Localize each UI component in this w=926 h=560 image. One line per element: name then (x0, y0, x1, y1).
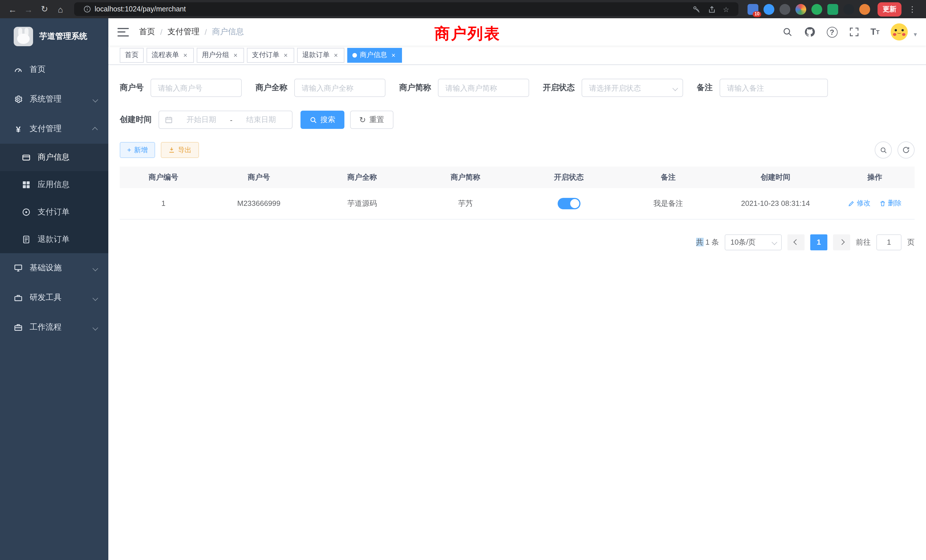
sidebar-item-label: 应用信息 (38, 180, 70, 190)
pagination-total: 共 1 条 (696, 237, 719, 247)
sidebar-item-devtools[interactable]: 研发工具 (0, 283, 108, 312)
trash-icon (879, 200, 886, 207)
remark-input[interactable] (720, 79, 828, 97)
page-number-button[interactable]: 1 (810, 234, 828, 250)
sidebar-item-label: 基础设施 (30, 263, 62, 273)
search-icon[interactable] (782, 27, 792, 37)
tab-payment-orders[interactable]: 支付订单 × (247, 48, 294, 62)
sidebar-item-label: 首页 (30, 64, 45, 75)
github-icon[interactable] (804, 26, 815, 38)
font-size-icon[interactable]: TT (870, 27, 879, 37)
toggle-knob (570, 199, 579, 208)
extension-icon[interactable] (843, 4, 854, 15)
reset-button[interactable]: ↻ 重置 (350, 110, 393, 129)
fullscreen-icon[interactable] (849, 27, 859, 37)
caret-down-icon[interactable]: ▾ (914, 31, 917, 41)
close-icon[interactable]: × (282, 51, 289, 59)
tab-user-group[interactable]: 用户分组 × (197, 48, 244, 62)
close-icon[interactable]: × (182, 51, 189, 59)
user-avatar[interactable] (891, 23, 908, 41)
merchant-no-input[interactable] (151, 79, 242, 97)
refresh-table-button[interactable] (897, 141, 915, 159)
add-button[interactable]: + 新增 (120, 142, 155, 158)
extension-icon[interactable] (796, 4, 806, 15)
cell-merchant-no: M233666999 (207, 188, 310, 219)
grid-icon (22, 180, 31, 189)
browser-update-button[interactable]: 更新 (878, 2, 902, 16)
table-header-row: 商户编号 商户号 商户全称 商户简称 开启状态 备注 创建时间 操作 (120, 166, 915, 188)
search-button[interactable]: 搜索 (301, 110, 344, 129)
filter-label: 商户全称 (256, 83, 287, 93)
delete-link[interactable]: 删除 (879, 198, 902, 208)
extension-icon[interactable] (859, 4, 870, 15)
full-name-input[interactable] (294, 79, 386, 97)
col-header: 商户简称 (414, 166, 517, 188)
extension-icon[interactable] (764, 4, 774, 15)
toggle-search-button[interactable] (875, 141, 892, 159)
tab-label: 退款订单 (302, 50, 330, 60)
sidebar-item-infrastructure[interactable]: 基础设施 (0, 253, 108, 283)
hamburger-icon[interactable] (118, 28, 129, 36)
sidebar-item-system[interactable]: 系统管理 (0, 85, 108, 114)
password-key-icon[interactable] (692, 5, 701, 14)
page-size-select[interactable]: 10条/页 (725, 234, 782, 250)
tab-merchant-info[interactable]: 商户信息 × (347, 48, 402, 62)
filter-short-name: 商户简称 (399, 79, 529, 97)
date-start-placeholder: 开始日期 (176, 115, 227, 125)
close-icon[interactable]: × (333, 51, 339, 59)
sidebar-item-refund-orders[interactable]: 退款订单 (0, 226, 108, 253)
close-icon[interactable]: × (232, 51, 239, 59)
bookmark-star-icon[interactable]: ☆ (723, 5, 729, 14)
date-range-picker[interactable]: 开始日期 - 结束日期 (159, 110, 292, 129)
close-icon[interactable]: × (390, 51, 397, 59)
extension-icon[interactable] (811, 4, 822, 15)
breadcrumb-item[interactable]: 首页 (139, 27, 155, 37)
tab-home[interactable]: 首页 (120, 48, 144, 62)
extension-icon[interactable] (828, 4, 838, 15)
browser-toolbar: ← → ↻ ⌂ localhost:1024/pay/merchant (0, 0, 926, 18)
breadcrumb-separator: / (160, 27, 162, 36)
status-select-input[interactable] (582, 79, 683, 97)
search-icon (310, 116, 317, 123)
col-header: 商户全称 (310, 166, 414, 188)
main-area: 首页 / 支付管理 / 商户信息 商户列表 (108, 18, 926, 560)
prev-page-button[interactable] (787, 234, 805, 250)
next-page-button[interactable] (833, 234, 850, 250)
delete-link-label: 删除 (888, 198, 902, 208)
url-path: :1024/pay/merchant (123, 5, 186, 13)
tab-refund-orders[interactable]: 退款订单 × (297, 48, 344, 62)
goto-page-input[interactable] (876, 234, 902, 250)
export-button-label: 导出 (178, 145, 192, 155)
plus-icon: + (127, 146, 131, 154)
short-name-input[interactable] (438, 79, 529, 97)
chevron-right-icon (839, 239, 844, 245)
browser-menu-icon[interactable]: ⋮ (906, 5, 918, 14)
share-icon[interactable] (708, 5, 716, 14)
edit-link-label: 修改 (857, 198, 870, 208)
export-button[interactable]: 导出 (161, 142, 199, 158)
status-select[interactable] (582, 79, 683, 97)
browser-home-button[interactable]: ⌂ (53, 1, 68, 17)
sidebar-item-payment[interactable]: ¥ 支付管理 (0, 114, 108, 144)
sidebar-item-merchant-info[interactable]: 商户信息 (0, 144, 108, 171)
browser-back-button[interactable]: ← (5, 1, 21, 17)
extension-icon[interactable] (779, 4, 790, 15)
sidebar-item-workflow[interactable]: 工作流程 (0, 312, 108, 342)
sidebar-item-payment-orders[interactable]: 支付订单 (0, 198, 108, 226)
tab-label: 商户信息 (360, 50, 387, 60)
site-info-icon[interactable] (83, 5, 91, 13)
breadcrumb-item[interactable]: 支付管理 (168, 27, 200, 37)
browser-reload-button[interactable]: ↻ (36, 1, 53, 17)
tab-process-form[interactable]: 流程表单 × (147, 48, 194, 62)
pencil-icon (848, 200, 855, 207)
browser-forward-button[interactable]: → (21, 1, 36, 17)
help-icon[interactable]: ? (826, 27, 837, 37)
status-toggle[interactable] (557, 198, 580, 209)
edit-link[interactable]: 修改 (848, 198, 870, 208)
address-bar[interactable]: localhost:1024/pay/merchant ☆ (74, 2, 738, 16)
sidebar-item-home[interactable]: 首页 (0, 55, 108, 85)
search-button-label: 搜索 (321, 115, 335, 125)
calendar-icon (165, 116, 173, 124)
extension-icon[interactable]: 10 (747, 4, 758, 15)
sidebar-item-app-info[interactable]: 应用信息 (0, 171, 108, 198)
